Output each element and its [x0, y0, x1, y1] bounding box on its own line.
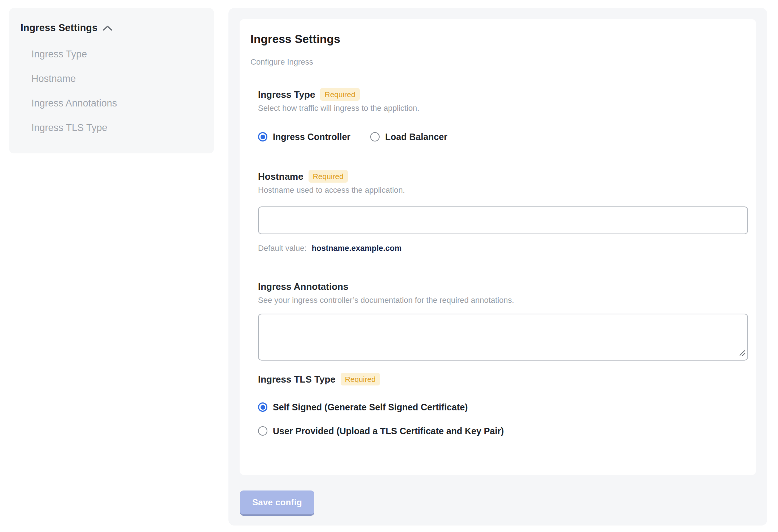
page-subtitle: Configure Ingress [250, 57, 739, 67]
required-badge: Required [320, 88, 359, 101]
radio-label: Self Signed (Generate Self Signed Certif… [273, 401, 468, 413]
hostname-default-value-line: Default value: hostname.example.com [258, 243, 739, 253]
sidebar-nav: Ingress Type Hostname Ingress Annotation… [21, 49, 202, 133]
ingress-tls-type-section: Ingress TLS Type Required Self Signed (G… [250, 373, 739, 437]
hostname-section: Hostname Required Hostname used to acces… [250, 170, 739, 253]
page-title: Ingress Settings [250, 32, 739, 46]
radio-button-icon[interactable] [258, 426, 267, 436]
ingress-annotations-description: See your ingress controller’s documentat… [258, 295, 739, 306]
default-value-label: Default value: [258, 244, 307, 253]
ingress-settings-card: Ingress Settings Configure Ingress Ingre… [240, 19, 756, 475]
ingress-tls-type-heading: Ingress TLS Type [258, 373, 336, 385]
required-badge: Required [341, 373, 380, 385]
sidebar-section-toggle[interactable]: Ingress Settings [21, 22, 202, 34]
hostname-input[interactable] [258, 206, 748, 234]
sidebar-item-hostname[interactable]: Hostname [21, 74, 202, 84]
default-value-text: hostname.example.com [312, 244, 402, 253]
radio-option-user-provided[interactable]: User Provided (Upload a TLS Certificate … [258, 425, 739, 437]
ingress-annotations-heading: Ingress Annotations [258, 280, 348, 293]
radio-label: User Provided (Upload a TLS Certificate … [273, 425, 504, 437]
radio-label: Load Balancer [385, 131, 447, 143]
sidebar-item-ingress-type[interactable]: Ingress Type [21, 49, 202, 59]
ingress-type-section: Ingress Type Required Select how traffic… [250, 88, 739, 143]
radio-button-icon[interactable] [258, 132, 267, 141]
hostname-heading: Hostname [258, 170, 303, 183]
ingress-annotations-section: Ingress Annotations See your ingress con… [250, 280, 739, 361]
hostname-description: Hostname used to access the application. [258, 185, 739, 196]
settings-sidebar: Ingress Settings Ingress Type Hostname I… [9, 8, 214, 153]
chevron-up-icon[interactable] [102, 25, 113, 31]
save-config-button[interactable]: Save config [240, 490, 314, 514]
ingress-type-radio-group: Ingress Controller Load Balancer [258, 131, 739, 143]
radio-option-load-balancer[interactable]: Load Balancer [370, 131, 447, 143]
ingress-settings-panel: Ingress Settings Configure Ingress Ingre… [228, 8, 767, 526]
sidebar-item-ingress-tls-type[interactable]: Ingress TLS Type [21, 123, 202, 133]
radio-button-icon[interactable] [258, 402, 267, 412]
ingress-type-heading: Ingress Type [258, 88, 315, 101]
radio-option-ingress-controller[interactable]: Ingress Controller [258, 131, 350, 143]
sidebar-section-title: Ingress Settings [21, 22, 97, 34]
ingress-type-description: Select how traffic will ingress to the a… [258, 103, 739, 114]
radio-option-self-signed[interactable]: Self Signed (Generate Self Signed Certif… [258, 401, 739, 413]
required-badge: Required [309, 170, 348, 183]
radio-label: Ingress Controller [273, 131, 350, 143]
radio-button-icon[interactable] [370, 132, 380, 141]
ingress-annotations-textarea[interactable] [258, 314, 748, 361]
sidebar-item-ingress-annotations[interactable]: Ingress Annotations [21, 99, 202, 108]
